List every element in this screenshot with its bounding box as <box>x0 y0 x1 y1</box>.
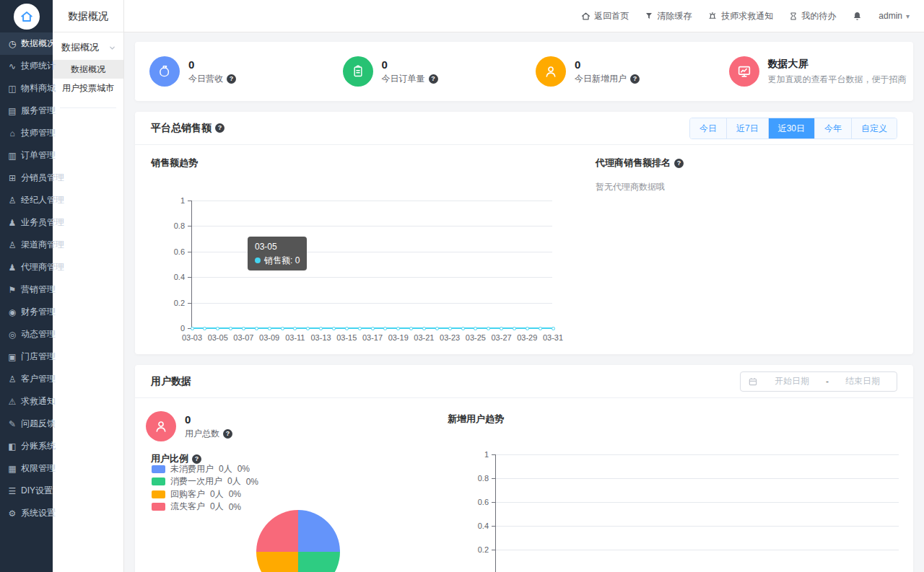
data-point <box>539 327 542 330</box>
help-icon[interactable]: ? <box>215 123 225 133</box>
help-icon[interactable]: ? <box>630 74 640 84</box>
legend-swatch <box>152 490 165 498</box>
legend-percent: 0% <box>237 464 250 474</box>
sidebar-item-alert-bell[interactable]: ⚠求救通知 <box>0 390 53 413</box>
gridline <box>496 550 899 550</box>
y-axis-label: 0.4 <box>464 522 489 530</box>
date-range-tabs: 今日近7日近30日今年自定义 <box>689 118 897 139</box>
new-user-trend-chart[interactable]: 0.20.40.60.81 <box>495 454 899 572</box>
sidebar-item-settings[interactable]: ⚙系统设置 <box>0 502 53 524</box>
sidebar-item-store[interactable]: ◫物料商城 <box>0 77 53 100</box>
data-point <box>203 327 206 330</box>
sales-card: 平台总销售额? 今日近7日近30日今年自定义 销售额趋势 代理商销售额排名? 暂… <box>135 112 913 354</box>
data-point <box>487 327 490 330</box>
sidebar-item-stats[interactable]: ∿技师统计 <box>0 55 53 77</box>
sidebar-item-service[interactable]: ▤服务管理 <box>0 100 53 122</box>
data-point <box>552 327 555 330</box>
sidebar-item-customer[interactable]: ♙客户管理 <box>0 368 53 390</box>
data-point <box>396 327 400 330</box>
big-screen-entry[interactable]: 数据大屏 更加直观的查看平台数据，便于招商 <box>718 56 911 87</box>
start-date-placeholder: 开始日期 <box>765 375 819 387</box>
y-axis-label: 0.8 <box>464 474 489 483</box>
data-point <box>268 327 271 330</box>
bell-icon[interactable] <box>852 11 863 22</box>
legend-label: 回购客户 <box>170 488 205 501</box>
help-icon[interactable]: ? <box>227 74 236 84</box>
sidebar-item-label: 权限管理 <box>21 462 56 475</box>
sidebar-item-technician[interactable]: ⌂技师管理 <box>0 122 53 144</box>
gridline <box>192 277 552 278</box>
sidebar-item-finance[interactable]: ◉财务管理 <box>0 301 53 323</box>
sidebar-item-broker[interactable]: ♙经纪人管理 <box>0 189 53 211</box>
user-menu[interactable]: admin ▾ <box>879 11 910 21</box>
tab-近30日[interactable]: 近30日 <box>768 118 814 138</box>
topbar-action-label: 技师求救通知 <box>721 10 773 22</box>
stats-card: 0今日营收?0今日订单量?0今日新增用户? 数据大屏 更加直观的查看平台数据，便… <box>135 42 913 101</box>
stat-label-text: 今日新增用户 <box>575 73 627 85</box>
sidebar-item-agent[interactable]: ♟代理商管理 <box>0 256 53 278</box>
tab-近7日[interactable]: 近7日 <box>726 118 768 138</box>
sidebar-item-label: 订单管理 <box>21 149 56 162</box>
sales-card-header: 平台总销售额? 今日近7日近30日今年自定义 <box>135 112 913 145</box>
axis-tick <box>188 277 191 278</box>
sidebar-item-label: 业务员管理 <box>21 216 64 229</box>
sidebar-item-permission[interactable]: ▦权限管理 <box>0 457 53 480</box>
customer-icon: ♙ <box>7 374 17 384</box>
data-point <box>371 327 375 330</box>
submenu-group-toggle[interactable]: 数据概况 <box>53 32 123 60</box>
tab-今日[interactable]: 今日 <box>690 118 726 138</box>
axis-tick <box>188 303 191 304</box>
submenu-item[interactable]: 用户投票城市 <box>53 79 123 97</box>
new-user-trend-title: 新增用户趋势 <box>448 413 504 426</box>
help-icon[interactable]: ? <box>429 74 438 84</box>
topbar-action-home[interactable]: 返回首页 <box>581 10 629 22</box>
stat-text: 0今日新增用户? <box>575 58 640 85</box>
moneybag-icon <box>149 56 180 87</box>
sidebar-item-label: 物料商城 <box>21 82 56 94</box>
stat-label: 今日营收? <box>188 73 236 85</box>
user-ratio-pie-chart[interactable] <box>256 510 340 572</box>
home-icon <box>581 12 590 21</box>
sidebar-item-channel[interactable]: ♙渠道商管理 <box>0 234 53 256</box>
topbar-action-filter[interactable]: 清除缓存 <box>645 10 692 22</box>
sidebar-item-label: 代理商管理 <box>21 261 64 273</box>
sidebar-item-marketing[interactable]: ⚑营销管理 <box>0 278 53 301</box>
sidebar-item-clock[interactable]: ◷数据概况 <box>0 32 53 55</box>
app-logo[interactable] <box>0 0 53 32</box>
alert-bell-icon: ⚠ <box>7 397 17 407</box>
tab-今年[interactable]: 今年 <box>814 118 851 138</box>
sidebar-item-ledger[interactable]: ◧分账系统 <box>0 435 53 457</box>
secondary-sidebar: 数据概况 数据概况 数据概况用户投票城市 <box>53 0 124 572</box>
sidebar-item-feedback[interactable]: ✎问题反馈 <box>0 413 53 435</box>
topbar-action-siren[interactable]: 技师求救通知 <box>707 10 773 22</box>
legend-item: 未消费用户0人0% <box>152 465 250 473</box>
help-icon[interactable]: ? <box>223 429 232 439</box>
submenu-item[interactable]: 数据概况 <box>53 60 123 79</box>
legend-percent: 0% <box>229 502 241 512</box>
help-icon[interactable]: ? <box>674 159 684 168</box>
sidebar-item-salesman[interactable]: ♟业务员管理 <box>0 211 53 234</box>
legend-count: 0人 <box>210 488 224 501</box>
gridline <box>192 303 552 304</box>
data-point <box>435 327 439 330</box>
sales-trend-chart[interactable]: 00.20.40.60.8103-0303-0503-0703-0903-110… <box>191 201 552 328</box>
data-point <box>461 327 465 330</box>
axis-tick <box>492 502 495 503</box>
topbar-action-hourglass[interactable]: 我的待办 <box>789 10 836 22</box>
sidebar-item-shop[interactable]: ▣门店管理 <box>0 346 53 368</box>
primary-sidebar: ◷数据概况∿技师统计◫物料商城▤服务管理⌂技师管理▥订单管理⊞分销员管理♙经纪人… <box>0 0 53 572</box>
date-range-picker[interactable]: 开始日期 - 结束日期 <box>740 371 897 392</box>
y-axis-label: 1 <box>160 196 185 205</box>
data-point <box>306 327 310 330</box>
axis-tick <box>188 252 191 252</box>
sidebar-item-order[interactable]: ▥订单管理 <box>0 144 53 167</box>
sidebar-item-diy[interactable]: ☰DIY设置 <box>0 480 53 502</box>
sidebar-item-feed[interactable]: ◎动态管理 <box>0 323 53 346</box>
sidebar-item-distributor[interactable]: ⊞分销员管理 <box>0 167 53 189</box>
feed-icon: ◎ <box>7 330 17 340</box>
permission-icon: ▦ <box>7 464 17 474</box>
data-point <box>332 327 336 330</box>
tab-自定义[interactable]: 自定义 <box>851 118 897 138</box>
calendar-icon <box>748 377 758 387</box>
legend-percent: 0% <box>246 477 258 487</box>
